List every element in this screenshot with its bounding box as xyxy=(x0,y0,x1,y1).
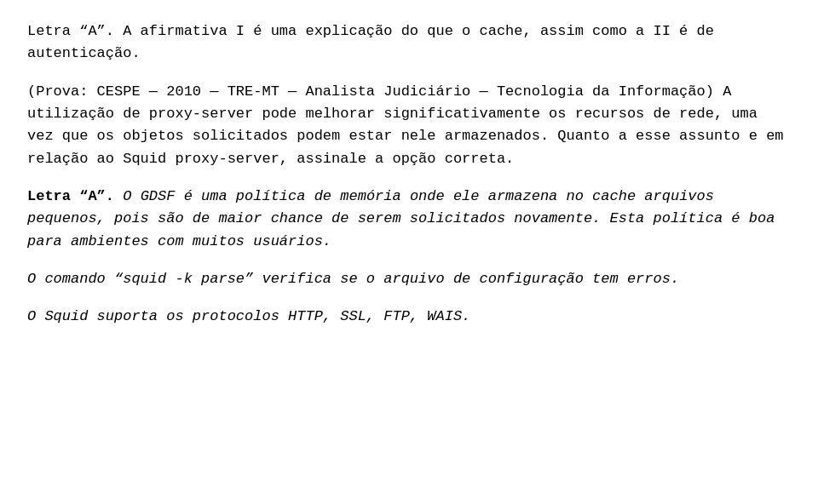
paragraph-3: Letra “A”. O GDSF é uma política de memó… xyxy=(27,186,791,253)
letra-a-label: Letra “A”. xyxy=(27,188,114,204)
paragraph-5: O Squid suporta os protocolos HTTP, SSL,… xyxy=(27,306,791,328)
paragraph-1: Letra “A”. A afirmativa I é uma explicaç… xyxy=(27,20,791,66)
main-content: Letra “A”. A afirmativa I é uma explicaç… xyxy=(27,20,791,329)
paragraph-4: O comando “squid -k parse” verifica se o… xyxy=(27,268,791,290)
paragraph-3-rest: O GDSF é uma política de memória onde el… xyxy=(27,188,775,249)
paragraph-2: (Prova: CESPE — 2010 — TRE-MT — Analista… xyxy=(27,81,791,170)
